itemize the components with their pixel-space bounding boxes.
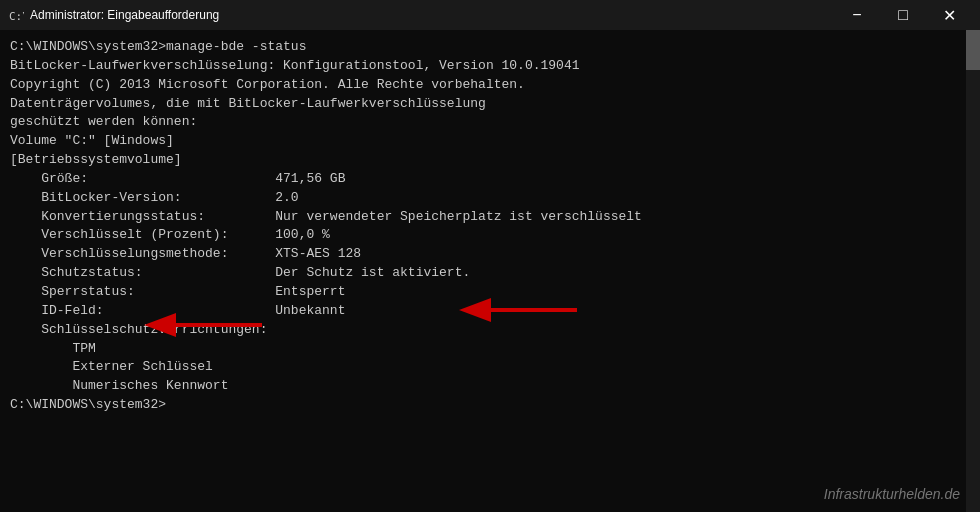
terminal-line: ID-Feld: Unbekannt xyxy=(10,302,970,321)
watermark: Infrastrukturhelden.de xyxy=(824,484,960,504)
title-bar: C:\ Administrator: Eingabeaufforderung −… xyxy=(0,0,980,30)
scrollbar[interactable] xyxy=(966,30,980,512)
svg-text:C:\: C:\ xyxy=(9,10,24,23)
terminal-line: Volume "C:" [Windows] xyxy=(10,132,970,151)
cmd-icon: C:\ xyxy=(8,7,24,23)
minimize-button[interactable]: − xyxy=(834,0,880,30)
terminal-line: TPM xyxy=(10,340,970,359)
terminal-line: BitLocker-Version: 2.0 xyxy=(10,189,970,208)
terminal-line: Verschlüsselungsmethode: XTS-AES 128 xyxy=(10,245,970,264)
terminal-line: C:\WINDOWS\system32>manage-bde -status xyxy=(10,38,970,57)
terminal-line: geschützt werden können: xyxy=(10,113,970,132)
close-button[interactable]: ✕ xyxy=(926,0,972,30)
window-controls: − □ ✕ xyxy=(834,0,972,30)
terminal-line: Externer Schlüssel xyxy=(10,358,970,377)
terminal-line: Schlüsselschutzvorrichtungen: xyxy=(10,321,970,340)
window-title: Administrator: Eingabeaufforderung xyxy=(30,8,834,22)
terminal-line: Konvertierungsstatus: Nur verwendeter Sp… xyxy=(10,208,970,227)
scrollbar-thumb[interactable] xyxy=(966,30,980,70)
maximize-button[interactable]: □ xyxy=(880,0,926,30)
terminal-line: Copyright (C) 2013 Microsoft Corporation… xyxy=(10,76,970,95)
terminal-line: Größe: 471,56 GB xyxy=(10,170,970,189)
terminal-line: Schutzstatus: Der Schutz ist aktiviert. xyxy=(10,264,970,283)
terminal-line: Numerisches Kennwort xyxy=(10,377,970,396)
terminal-output: C:\WINDOWS\system32>manage-bde -statusBi… xyxy=(10,38,970,415)
terminal-line: C:\WINDOWS\system32> xyxy=(10,396,970,415)
terminal-line: [Betriebssystemvolume] xyxy=(10,151,970,170)
terminal-line: Sperrstatus: Entsperrt xyxy=(10,283,970,302)
terminal-line: BitLocker-Laufwerkverschlüsselung: Konfi… xyxy=(10,57,970,76)
terminal-window[interactable]: C:\WINDOWS\system32>manage-bde -statusBi… xyxy=(0,30,980,512)
terminal-line: Datenträgervolumes, die mit BitLocker-La… xyxy=(10,95,970,114)
terminal-line: Verschlüsselt (Prozent): 100,0 % xyxy=(10,226,970,245)
